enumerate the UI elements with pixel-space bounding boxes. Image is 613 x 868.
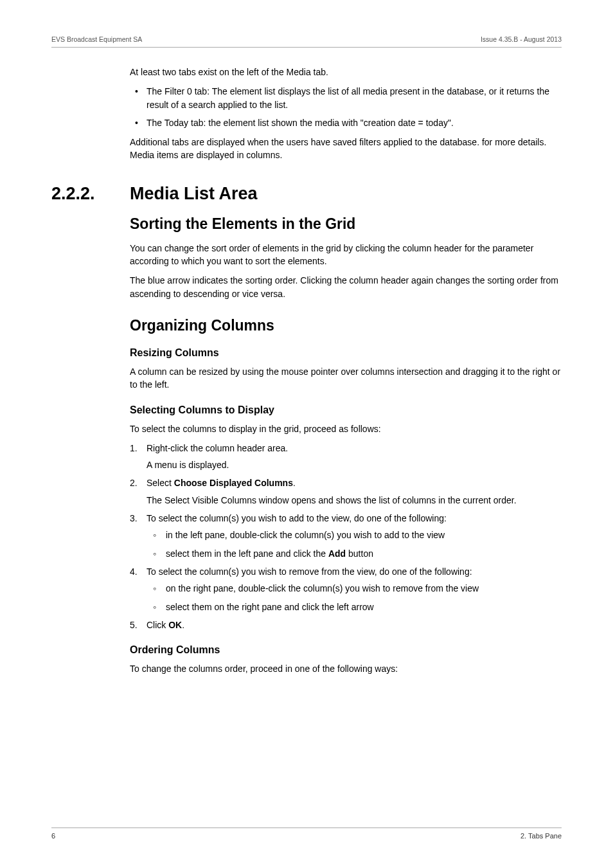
footer-page-number: 6 [51, 832, 55, 840]
intro-paragraph: Additional tabs are displayed when the u… [130, 136, 562, 162]
sub-text-bold: Add [328, 548, 346, 559]
step-text-post: . [293, 478, 296, 488]
list-item: on the right pane, double-click the colu… [147, 582, 562, 595]
sub-text-post: button [346, 548, 373, 559]
body-paragraph: To select the columns to display in the … [130, 422, 562, 435]
step-text: To select the column(s) you wish to add … [147, 513, 447, 523]
page-header: EVS Broadcast Equipment SA Issue 4.35.B … [51, 35, 562, 48]
intro-bullet-list: The Filter 0 tab: The element list displ… [130, 85, 562, 129]
list-item: The Today tab: the element list shown th… [130, 116, 562, 129]
procedure-list: Right-click the column header area. A me… [130, 442, 562, 631]
page-footer: 6 2. Tabs Pane [51, 827, 562, 840]
page-content: At least two tabs exist on the left of t… [51, 48, 562, 675]
step-sub-paragraph: The Select Visible Columns window opens … [147, 494, 562, 507]
list-item: select them in the left pane and click t… [147, 547, 562, 560]
body-paragraph: The blue arrow indicates the sorting ord… [130, 274, 562, 300]
body-paragraph: To change the columns order, proceed in … [130, 662, 562, 675]
step-text-pre: Select [147, 478, 174, 488]
subsubsection-heading: Resizing Columns [130, 347, 562, 359]
intro-paragraph: At least two tabs exist on the left of t… [130, 66, 562, 78]
list-item: The Filter 0 tab: The element list displ… [130, 85, 562, 111]
page: EVS Broadcast Equipment SA Issue 4.35.B … [0, 0, 613, 868]
step-text-bold: Choose Displayed Columns [174, 478, 293, 488]
body-paragraph: You can change the sort order of element… [130, 242, 562, 268]
body-paragraph: A column can be resized by using the mou… [130, 365, 562, 392]
list-item: Select Choose Displayed Columns. The Sel… [130, 476, 562, 507]
footer-section-label: 2. Tabs Pane [520, 832, 562, 840]
subsubsection-heading: Ordering Columns [130, 644, 562, 656]
sub-bullet-list: in the left pane, double-click the colum… [147, 529, 562, 560]
list-item: select them on the right pane and click … [147, 601, 562, 613]
subsubsection-heading: Selecting Columns to Display [130, 404, 562, 416]
sub-bullet-list: on the right pane, double-click the colu… [147, 582, 562, 613]
header-right: Issue 4.35.B - August 2013 [481, 35, 562, 43]
step-text-pre: Click [147, 620, 168, 630]
list-item: Right-click the column header area. A me… [130, 442, 562, 472]
step-text: Right-click the column header area. [147, 443, 288, 453]
step-text-bold: OK [168, 620, 182, 630]
subsection-heading: Sorting the Elements in the Grid [130, 215, 562, 233]
list-item: in the left pane, double-click the colum… [147, 529, 562, 541]
step-sub-paragraph: A menu is displayed. [147, 458, 562, 471]
step-text: To select the column(s) you wish to remo… [147, 566, 472, 577]
list-item: To select the column(s) you wish to remo… [130, 565, 562, 613]
list-item: To select the column(s) you wish to add … [130, 512, 562, 560]
sub-text-pre: select them in the left pane and click t… [166, 548, 328, 559]
step-text-post: . [182, 620, 184, 630]
section-number: 2.2.2. [51, 184, 130, 204]
subsection-heading: Organizing Columns [130, 317, 562, 334]
list-item: Click OK. [130, 619, 562, 631]
header-left: EVS Broadcast Equipment SA [51, 35, 142, 43]
section-heading: 2.2.2. Media List Area [51, 184, 562, 204]
section-title: Media List Area [130, 184, 258, 204]
